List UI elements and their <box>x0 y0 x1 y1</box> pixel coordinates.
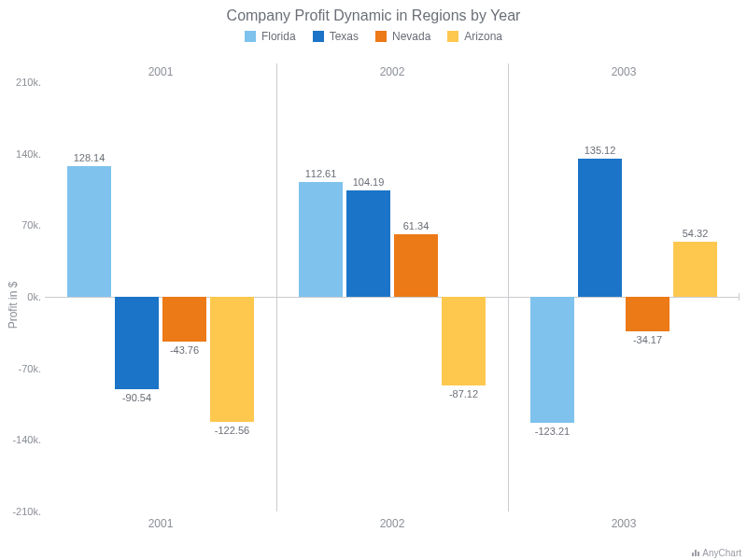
bar-texas[interactable] <box>115 297 159 389</box>
y-tick: -210k. <box>6 506 41 517</box>
y-tick: 0k. <box>6 291 41 302</box>
legend-label: Texas <box>330 30 359 43</box>
value-label: -122.56 <box>215 425 249 436</box>
bar-florida[interactable] <box>67 166 111 297</box>
legend-label: Florida <box>261 30 296 43</box>
legend-swatch-texas <box>313 31 324 42</box>
y-tick: 70k. <box>6 219 41 231</box>
legend-swatch-nevada <box>375 31 387 42</box>
y-axis-label: Profit in $ <box>7 282 20 329</box>
panel-title: 2002 <box>380 65 405 78</box>
legend-item-texas[interactable]: Texas <box>313 30 359 43</box>
panel-title: 2001 <box>148 65 174 78</box>
panel-separator <box>276 63 277 511</box>
plot-area: 210k.140k.70k.0k.-70k.-140k.-210k.200120… <box>45 63 740 532</box>
legend-item-florida[interactable]: Florida <box>245 30 296 43</box>
legend-label: Nevada <box>392 30 430 43</box>
legend: Florida Texas Nevada Arizona <box>0 30 747 43</box>
credits-link[interactable]: AnyChart <box>692 548 741 558</box>
bar-florida[interactable] <box>299 182 343 297</box>
value-label: 112.61 <box>305 168 337 179</box>
bar-texas[interactable] <box>578 159 622 297</box>
x-axis-label: 2003 <box>612 517 637 530</box>
bar-texas[interactable] <box>346 190 390 297</box>
value-label: 135.12 <box>585 145 616 156</box>
bar-nevada[interactable] <box>394 234 438 297</box>
value-label: 104.19 <box>353 176 385 188</box>
bar-arizona[interactable] <box>442 297 486 385</box>
chart-container: Company Profit Dynamic in Regions by Yea… <box>0 0 747 560</box>
bar-arizona[interactable] <box>210 297 254 422</box>
x-axis-label: 2001 <box>148 517 174 530</box>
value-label: 61.34 <box>403 220 430 231</box>
y-tick: 140k. <box>6 148 41 160</box>
bar-chart-icon <box>692 550 699 556</box>
bar-nevada[interactable] <box>162 297 206 342</box>
panel-separator <box>508 63 509 511</box>
value-label: -123.21 <box>535 426 570 437</box>
bar-florida[interactable] <box>530 297 574 423</box>
legend-swatch-florida <box>245 31 256 42</box>
y-tick: 210k. <box>6 77 41 88</box>
panel-title: 2003 <box>612 65 637 78</box>
value-label: -43.76 <box>170 344 199 356</box>
legend-item-nevada[interactable]: Nevada <box>375 30 430 43</box>
y-tick: -140k. <box>6 434 41 445</box>
value-label: 128.14 <box>74 152 106 163</box>
legend-label: Arizona <box>464 30 502 43</box>
chart-title: Company Profit Dynamic in Regions by Yea… <box>0 0 747 24</box>
value-label: 54.32 <box>683 228 709 239</box>
value-label: -34.17 <box>633 334 662 345</box>
legend-swatch-arizona <box>447 31 458 42</box>
y-tick: -70k. <box>6 363 41 374</box>
bar-nevada[interactable] <box>626 297 669 331</box>
value-label: -87.12 <box>449 388 478 399</box>
value-label: -90.54 <box>122 392 151 403</box>
legend-item-arizona[interactable]: Arizona <box>447 30 502 43</box>
x-axis-label: 2002 <box>380 517 405 530</box>
credits-text: AnyChart <box>702 548 741 558</box>
bar-arizona[interactable] <box>673 242 717 297</box>
